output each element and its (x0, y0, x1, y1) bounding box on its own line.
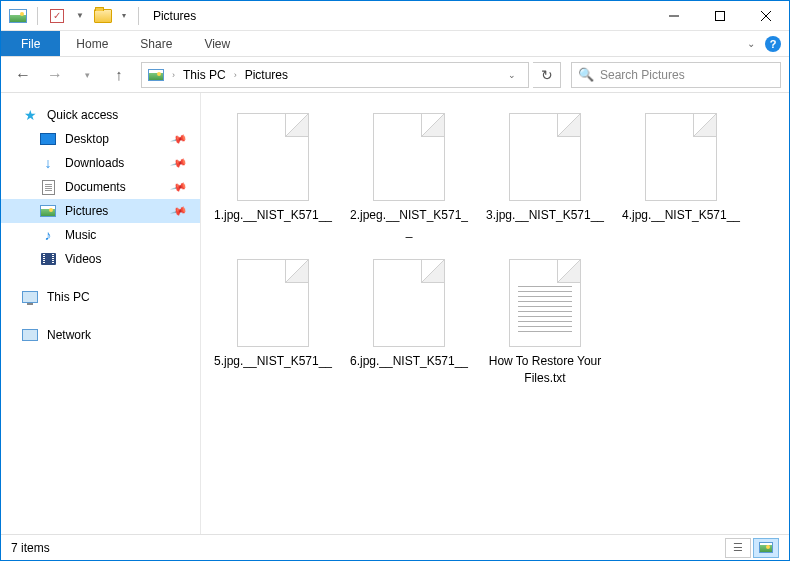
navigation-pane: ★ Quick access Desktop 📌 ↓ Downloads 📌 D… (1, 93, 201, 534)
sidebar-item-label: Downloads (65, 156, 124, 170)
search-icon: 🔍 (578, 67, 594, 82)
sidebar-item-this-pc[interactable]: This PC (1, 285, 200, 309)
pin-icon: 📌 (170, 178, 189, 196)
downloads-icon: ↓ (39, 155, 57, 171)
ribbon: File Home Share View ⌄ ? (1, 31, 789, 57)
chevron-right-icon[interactable]: › (168, 70, 179, 80)
address-bar[interactable]: › This PC › Pictures ⌄ (141, 62, 529, 88)
sidebar-item-label: Documents (65, 180, 126, 194)
back-button[interactable]: ← (9, 61, 37, 89)
window-controls (651, 1, 789, 31)
documents-icon (39, 179, 57, 195)
file-item[interactable]: How To Restore Your Files.txt (481, 253, 609, 391)
titlebar: ✓ ▼ ▾ Pictures (1, 1, 789, 31)
app-icon[interactable] (7, 5, 29, 27)
pictures-icon (39, 203, 57, 219)
sidebar-item-documents[interactable]: Documents 📌 (1, 175, 200, 199)
recent-locations-icon[interactable]: ▾ (73, 61, 101, 89)
sidebar-item-downloads[interactable]: ↓ Downloads 📌 (1, 151, 200, 175)
navigation-bar: ← → ▾ ↑ › This PC › Pictures ⌄ ↻ 🔍 (1, 57, 789, 93)
sidebar-item-label: Quick access (47, 108, 118, 122)
separator (37, 7, 38, 25)
pin-icon: 📌 (170, 202, 189, 220)
body: ★ Quick access Desktop 📌 ↓ Downloads 📌 D… (1, 93, 789, 534)
file-grid: 1.jpg.__NIST_K571__2.jpeg.__NIST_K571__3… (209, 107, 781, 392)
file-thumbnail (237, 113, 309, 201)
content-pane[interactable]: 1.jpg.__NIST_K571__2.jpeg.__NIST_K571__3… (201, 93, 789, 534)
sidebar-item-label: Network (47, 328, 91, 342)
view-large-icons-button[interactable] (753, 538, 779, 558)
address-dropdown-icon[interactable]: ⌄ (500, 70, 524, 80)
refresh-button[interactable]: ↻ (533, 62, 561, 88)
pin-icon: 📌 (170, 130, 189, 148)
maximize-button[interactable] (697, 1, 743, 31)
location-icon (146, 69, 166, 81)
sidebar-item-desktop[interactable]: Desktop 📌 (1, 127, 200, 151)
qat-dropdown-icon[interactable]: ▼ (72, 11, 88, 20)
file-label: 5.jpg.__NIST_K571__ (214, 353, 332, 369)
view-details-button[interactable]: ☰ (725, 538, 751, 558)
search-input[interactable] (600, 68, 774, 82)
file-tab[interactable]: File (1, 31, 60, 56)
window-title: Pictures (147, 9, 196, 23)
chevron-right-icon[interactable]: › (230, 70, 241, 80)
status-item-count: 7 items (11, 541, 50, 555)
file-item[interactable]: 3.jpg.__NIST_K571__ (481, 107, 609, 245)
file-item[interactable]: 4.jpg.__NIST_K571__ (617, 107, 745, 245)
network-icon (21, 327, 39, 343)
file-thumbnail (373, 113, 445, 201)
sidebar-item-quick-access[interactable]: ★ Quick access (1, 103, 200, 127)
close-button[interactable] (743, 1, 789, 31)
pc-icon (21, 289, 39, 305)
sidebar-item-pictures[interactable]: Pictures 📌 (1, 199, 200, 223)
file-item[interactable]: 1.jpg.__NIST_K571__ (209, 107, 337, 245)
sidebar-item-videos[interactable]: Videos (1, 247, 200, 271)
file-label: 3.jpg.__NIST_K571__ (486, 207, 604, 223)
sidebar-item-label: Desktop (65, 132, 109, 146)
file-label: 1.jpg.__NIST_K571__ (214, 207, 332, 223)
up-button[interactable]: ↑ (105, 61, 133, 89)
file-item[interactable]: 5.jpg.__NIST_K571__ (209, 253, 337, 391)
qat-dropdown-icon[interactable]: ▾ (118, 11, 130, 20)
breadcrumb-item[interactable]: Pictures (243, 68, 290, 82)
minimize-button[interactable] (651, 1, 697, 31)
breadcrumb-item[interactable]: This PC (181, 68, 228, 82)
expand-ribbon-icon[interactable]: ⌄ (747, 38, 755, 49)
sidebar-item-music[interactable]: ♪ Music (1, 223, 200, 247)
forward-button[interactable]: → (41, 61, 69, 89)
quick-access-toolbar: ✓ ▼ ▾ Pictures (1, 5, 196, 27)
star-icon: ★ (21, 107, 39, 123)
svg-rect-1 (716, 11, 725, 20)
properties-icon[interactable]: ✓ (46, 5, 68, 27)
sidebar-item-label: This PC (47, 290, 90, 304)
file-thumbnail (645, 113, 717, 201)
file-thumbnail (373, 259, 445, 347)
explorer-window: ✓ ▼ ▾ Pictures File Home Share View ⌄ ? … (0, 0, 790, 561)
status-bar: 7 items ☰ (1, 534, 789, 560)
file-label: 2.jpeg.__NIST_K571__ (349, 207, 469, 239)
sidebar-item-network[interactable]: Network (1, 323, 200, 347)
sidebar-item-label: Music (65, 228, 96, 242)
file-label: How To Restore Your Files.txt (485, 353, 605, 385)
tab-share[interactable]: Share (124, 31, 188, 56)
tab-view[interactable]: View (188, 31, 246, 56)
sidebar-item-label: Videos (65, 252, 101, 266)
file-thumbnail (509, 113, 581, 201)
folder-icon[interactable] (92, 5, 114, 27)
file-thumbnail (509, 259, 581, 347)
file-item[interactable]: 6.jpg.__NIST_K571__ (345, 253, 473, 391)
videos-icon (39, 251, 57, 267)
tab-home[interactable]: Home (60, 31, 124, 56)
file-label: 4.jpg.__NIST_K571__ (622, 207, 740, 223)
file-thumbnail (237, 259, 309, 347)
help-icon[interactable]: ? (765, 36, 781, 52)
sidebar-item-label: Pictures (65, 204, 108, 218)
search-box[interactable]: 🔍 (571, 62, 781, 88)
separator (138, 7, 139, 25)
file-label: 6.jpg.__NIST_K571__ (350, 353, 468, 369)
file-item[interactable]: 2.jpeg.__NIST_K571__ (345, 107, 473, 245)
desktop-icon (39, 131, 57, 147)
music-icon: ♪ (39, 227, 57, 243)
pin-icon: 📌 (170, 154, 189, 172)
